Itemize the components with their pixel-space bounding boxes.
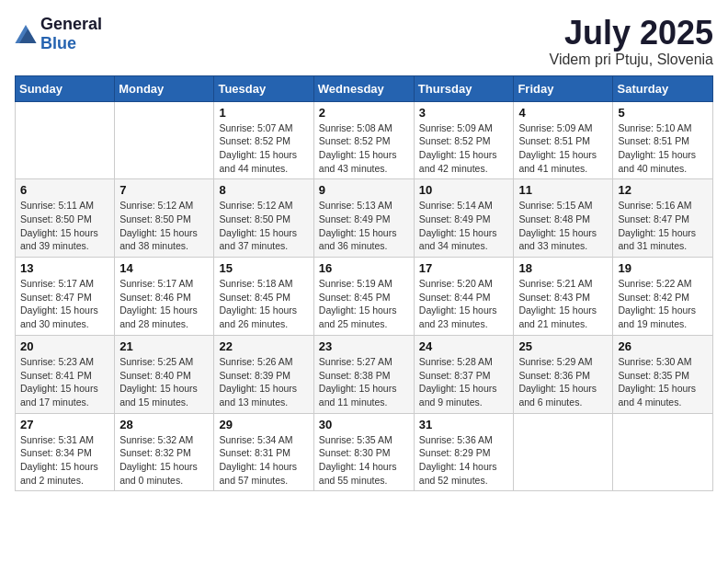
sunrise-text: Sunrise: 5:15 AM [518, 199, 608, 213]
sunset-text: Sunset: 8:35 PM [618, 369, 708, 383]
daylight-text: Daylight: 15 hours and 4 minutes. [618, 382, 708, 408]
calendar-cell: 19Sunrise: 5:22 AMSunset: 8:42 PMDayligh… [613, 258, 713, 336]
day-number: 8 [219, 183, 308, 197]
sunrise-text: Sunrise: 5:29 AM [518, 355, 608, 369]
day-info: Sunrise: 5:14 AMSunset: 8:49 PMDaylight:… [419, 199, 509, 253]
day-info: Sunrise: 5:31 AMSunset: 8:34 PMDaylight:… [20, 433, 109, 488]
calendar-cell: 3Sunrise: 5:09 AMSunset: 8:52 PMDaylight… [414, 101, 514, 179]
calendar-cell: 24Sunrise: 5:28 AMSunset: 8:37 PMDayligh… [414, 335, 514, 413]
daylight-text: Daylight: 14 hours and 52 minutes. [419, 460, 509, 487]
day-number: 7 [119, 183, 209, 197]
day-number: 25 [518, 339, 608, 353]
day-number: 10 [419, 183, 509, 197]
day-info: Sunrise: 5:17 AMSunset: 8:46 PMDaylight:… [119, 277, 209, 331]
daylight-text: Daylight: 15 hours and 36 minutes. [319, 226, 409, 253]
day-info: Sunrise: 5:34 AMSunset: 8:31 PMDaylight:… [219, 433, 308, 488]
calendar-week-row: 20Sunrise: 5:23 AMSunset: 8:41 PMDayligh… [16, 335, 713, 413]
daylight-text: Daylight: 15 hours and 33 minutes. [518, 226, 608, 253]
day-number: 23 [319, 339, 409, 353]
day-number: 5 [618, 106, 708, 120]
sunrise-text: Sunrise: 5:26 AM [219, 355, 308, 369]
sunset-text: Sunset: 8:43 PM [518, 291, 608, 304]
header: General Blue July 2025 Videm pri Ptuju, … [15, 15, 713, 68]
day-number: 31 [419, 418, 509, 431]
calendar-cell: 14Sunrise: 5:17 AMSunset: 8:46 PMDayligh… [115, 258, 214, 336]
daylight-text: Daylight: 15 hours and 15 minutes. [119, 382, 209, 408]
day-info: Sunrise: 5:19 AMSunset: 8:45 PMDaylight:… [319, 277, 409, 331]
day-info: Sunrise: 5:12 AMSunset: 8:50 PMDaylight:… [219, 199, 308, 253]
day-number: 1 [219, 106, 308, 120]
day-number: 30 [319, 418, 409, 431]
day-number: 12 [618, 183, 708, 197]
daylight-text: Daylight: 15 hours and 37 minutes. [219, 226, 308, 253]
title-area: July 2025 Videm pri Ptuju, Slovenia [550, 15, 713, 68]
calendar-cell: 18Sunrise: 5:21 AMSunset: 8:43 PMDayligh… [514, 258, 613, 336]
day-info: Sunrise: 5:27 AMSunset: 8:38 PMDaylight:… [319, 355, 409, 409]
logo-general: General [40, 15, 102, 33]
day-info: Sunrise: 5:21 AMSunset: 8:43 PMDaylight:… [518, 277, 608, 331]
day-info: Sunrise: 5:32 AMSunset: 8:32 PMDaylight:… [119, 433, 209, 488]
calendar-cell [115, 101, 214, 179]
day-info: Sunrise: 5:15 AMSunset: 8:48 PMDaylight:… [518, 199, 608, 253]
calendar-cell: 20Sunrise: 5:23 AMSunset: 8:41 PMDayligh… [16, 335, 115, 413]
day-number: 14 [119, 261, 209, 275]
day-of-week-header: Saturday [613, 75, 713, 101]
sunset-text: Sunset: 8:48 PM [518, 213, 608, 226]
day-number: 2 [319, 106, 409, 120]
day-info: Sunrise: 5:22 AMSunset: 8:42 PMDaylight:… [618, 277, 708, 331]
sunset-text: Sunset: 8:39 PM [219, 369, 308, 383]
day-of-week-header: Friday [514, 75, 613, 101]
day-info: Sunrise: 5:13 AMSunset: 8:49 PMDaylight:… [319, 199, 409, 253]
calendar-cell: 4Sunrise: 5:09 AMSunset: 8:51 PMDaylight… [514, 101, 613, 179]
day-of-week-header: Tuesday [214, 75, 313, 101]
sunset-text: Sunset: 8:50 PM [20, 213, 109, 226]
logo: General Blue [15, 15, 102, 53]
day-info: Sunrise: 5:18 AMSunset: 8:45 PMDaylight:… [219, 277, 308, 331]
day-number: 13 [20, 261, 109, 275]
day-of-week-header: Wednesday [313, 75, 414, 101]
calendar-cell: 25Sunrise: 5:29 AMSunset: 8:36 PMDayligh… [514, 335, 613, 413]
day-number: 17 [419, 261, 509, 275]
calendar-cell: 8Sunrise: 5:12 AMSunset: 8:50 PMDaylight… [214, 179, 313, 258]
daylight-text: Daylight: 15 hours and 40 minutes. [618, 148, 708, 175]
sunset-text: Sunset: 8:45 PM [319, 291, 409, 304]
day-number: 27 [20, 418, 109, 431]
location-title: Videm pri Ptuju, Slovenia [550, 52, 713, 68]
daylight-text: Daylight: 15 hours and 28 minutes. [119, 304, 209, 330]
calendar-cell: 29Sunrise: 5:34 AMSunset: 8:31 PMDayligh… [214, 413, 313, 491]
calendar-cell: 17Sunrise: 5:20 AMSunset: 8:44 PMDayligh… [414, 258, 514, 336]
day-number: 6 [20, 183, 109, 197]
sunrise-text: Sunrise: 5:27 AM [319, 355, 409, 369]
logo-icon [15, 25, 37, 43]
sunset-text: Sunset: 8:42 PM [618, 291, 708, 304]
day-info: Sunrise: 5:07 AMSunset: 8:52 PMDaylight:… [219, 121, 308, 176]
daylight-text: Daylight: 15 hours and 39 minutes. [20, 226, 109, 253]
daylight-text: Daylight: 15 hours and 44 minutes. [219, 148, 308, 175]
sunrise-text: Sunrise: 5:17 AM [20, 277, 109, 291]
day-info: Sunrise: 5:09 AMSunset: 8:52 PMDaylight:… [419, 121, 509, 176]
daylight-text: Daylight: 15 hours and 11 minutes. [319, 382, 409, 408]
calendar-cell: 31Sunrise: 5:36 AMSunset: 8:29 PMDayligh… [414, 413, 514, 491]
day-number: 29 [219, 418, 308, 431]
sunrise-text: Sunrise: 5:25 AM [119, 355, 209, 369]
daylight-text: Daylight: 15 hours and 30 minutes. [20, 304, 109, 330]
sunrise-text: Sunrise: 5:08 AM [319, 121, 409, 135]
day-number: 18 [518, 261, 608, 275]
day-number: 24 [419, 339, 509, 353]
calendar-cell: 28Sunrise: 5:32 AMSunset: 8:32 PMDayligh… [115, 413, 214, 491]
calendar-cell: 5Sunrise: 5:10 AMSunset: 8:51 PMDaylight… [613, 101, 713, 179]
sunrise-text: Sunrise: 5:17 AM [119, 277, 209, 291]
day-info: Sunrise: 5:08 AMSunset: 8:52 PMDaylight:… [319, 121, 409, 176]
day-number: 21 [119, 339, 209, 353]
sunrise-text: Sunrise: 5:31 AM [20, 433, 109, 447]
day-info: Sunrise: 5:20 AMSunset: 8:44 PMDaylight:… [419, 277, 509, 331]
sunset-text: Sunset: 8:41 PM [20, 369, 109, 383]
sunset-text: Sunset: 8:30 PM [319, 446, 409, 460]
calendar-cell: 10Sunrise: 5:14 AMSunset: 8:49 PMDayligh… [414, 179, 514, 258]
day-number: 15 [219, 261, 308, 275]
day-info: Sunrise: 5:26 AMSunset: 8:39 PMDaylight:… [219, 355, 308, 409]
calendar-cell: 12Sunrise: 5:16 AMSunset: 8:47 PMDayligh… [613, 179, 713, 258]
sunrise-text: Sunrise: 5:18 AM [219, 277, 308, 291]
calendar-cell: 22Sunrise: 5:26 AMSunset: 8:39 PMDayligh… [214, 335, 313, 413]
sunset-text: Sunset: 8:52 PM [319, 134, 409, 148]
